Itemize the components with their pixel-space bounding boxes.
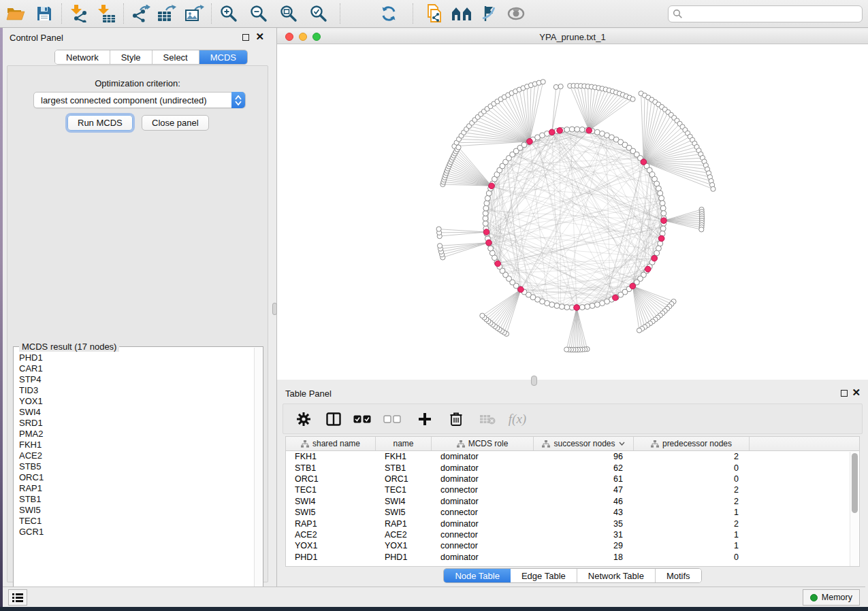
tab-node-table[interactable]: Node Table	[444, 569, 511, 582]
table-cell[interactable]: dominator	[432, 497, 534, 506]
table-cell[interactable]: SWI5	[376, 508, 432, 517]
close-panel-icon[interactable]: ✕	[852, 386, 861, 399]
tab-network[interactable]: Network	[55, 50, 110, 64]
table-cell[interactable]: 2	[634, 497, 750, 506]
mcds-result-item[interactable]: TID3	[15, 385, 255, 396]
mcds-result-item[interactable]: SWI5	[15, 505, 255, 516]
zoom-out-icon[interactable]	[247, 3, 270, 24]
table-row[interactable]: TEC1TEC1connector472	[286, 484, 859, 495]
table-cell[interactable]: 0	[634, 474, 750, 484]
table-cell[interactable]: ORC1	[376, 474, 432, 484]
mcds-result-item[interactable]: SRD1	[15, 418, 255, 429]
export-image-icon[interactable]	[182, 3, 206, 24]
table-cell[interactable]: dominator	[432, 519, 534, 529]
gear-icon[interactable]	[291, 407, 316, 431]
run-mcds-button[interactable]: Run MCDS	[67, 115, 133, 131]
binoculars-icon[interactable]	[450, 3, 473, 24]
network-window-titlebar[interactable]: YPA_prune.txt_1	[277, 29, 868, 44]
mcds-result-item[interactable]: PMA2	[15, 429, 255, 440]
optimization-criterion-select[interactable]: largest connected component (undirected)	[33, 92, 246, 108]
table-cell[interactable]: 43	[534, 508, 634, 517]
table-cell[interactable]: dominator	[432, 474, 534, 484]
horizontal-splitter-handle[interactable]	[531, 376, 537, 386]
refresh-view-icon[interactable]	[377, 3, 400, 24]
table-cell[interactable]: SWI4	[376, 497, 432, 506]
table-row[interactable]: STB1STB1dominator620	[286, 462, 859, 473]
table-cell[interactable]: TEC1	[376, 485, 432, 495]
column-header-successor-nodes[interactable]: successor nodes	[534, 437, 634, 450]
mcds-result-item[interactable]: TEC1	[15, 516, 255, 527]
table-cell[interactable]: ACE2	[376, 530, 432, 540]
delete-table-icon[interactable]	[475, 407, 500, 431]
table-cell[interactable]: connector	[432, 541, 534, 550]
column-header-shared-name[interactable]: shared name	[286, 437, 376, 450]
mcds-result-item[interactable]: FKH1	[15, 440, 255, 450]
table-cell[interactable]: dominator	[432, 552, 534, 562]
table-row[interactable]: PHD1PHD1dominator180	[286, 552, 859, 563]
export-table-icon[interactable]	[155, 3, 178, 24]
table-row[interactable]: SWI5SWI5connector431	[286, 507, 859, 518]
table-scrollbar[interactable]	[850, 452, 858, 566]
tab-motifs[interactable]: Motifs	[656, 569, 701, 582]
table-cell[interactable]: 29	[534, 541, 634, 550]
open-session-icon[interactable]	[4, 3, 27, 24]
tab-edge-table[interactable]: Edge Table	[511, 569, 577, 582]
table-cell[interactable]: 35	[534, 519, 634, 529]
tab-style[interactable]: Style	[110, 50, 152, 64]
column-header-predecessor-nodes[interactable]: predecessor nodes	[634, 437, 750, 450]
mcds-result-item[interactable]: STB1	[15, 494, 255, 505]
table-row[interactable]: ACE2ACE2connector311	[286, 529, 859, 540]
table-cell[interactable]: SWI5	[286, 508, 376, 517]
eye-icon[interactable]	[504, 3, 528, 24]
table-cell[interactable]: RAP1	[286, 519, 376, 529]
mcds-result-item[interactable]: PHD1	[15, 352, 255, 363]
mcds-result-item[interactable]: ORC1	[15, 472, 255, 483]
table-cell[interactable]: FKH1	[376, 452, 432, 461]
table-cell[interactable]: 61	[534, 474, 634, 484]
table-cell[interactable]: 31	[534, 530, 634, 540]
deselect-all-icon[interactable]	[380, 407, 404, 431]
zoom-in-icon[interactable]	[217, 3, 240, 24]
table-cell[interactable]: 1	[634, 541, 750, 550]
table-cell[interactable]: 2	[634, 519, 750, 529]
tab-mcds[interactable]: MCDS	[199, 50, 247, 64]
zoom-fit-icon[interactable]	[277, 3, 300, 24]
table-cell[interactable]: PHD1	[376, 552, 432, 562]
function-builder-icon[interactable]: f(x)	[505, 407, 530, 431]
export-network-icon[interactable]	[129, 3, 152, 24]
close-panel-button[interactable]: Close panel	[142, 115, 209, 131]
table-cell[interactable]: 18	[534, 552, 634, 562]
table-cell[interactable]: connector	[432, 485, 534, 495]
network-canvas[interactable]	[277, 44, 868, 380]
table-cell[interactable]: 1	[634, 530, 750, 540]
mcds-result-item[interactable]: STB5	[15, 461, 255, 472]
vertical-splitter[interactable]	[272, 28, 277, 587]
add-column-icon[interactable]	[413, 407, 437, 431]
table-cell[interactable]: STB1	[286, 463, 376, 473]
table-cell[interactable]: SWI4	[286, 497, 376, 506]
table-row[interactable]: ORC1ORC1dominator610	[286, 474, 859, 484]
table-cell[interactable]: 2	[634, 485, 750, 495]
table-cell[interactable]: ACE2	[286, 530, 376, 540]
float-window-icon[interactable]	[841, 390, 848, 397]
mcds-result-item[interactable]: YOX1	[15, 396, 255, 407]
table-cell[interactable]: YOX1	[286, 541, 376, 550]
table-cell[interactable]: connector	[432, 530, 534, 540]
table-cell[interactable]: 0	[634, 463, 750, 473]
table-cell[interactable]: connector	[432, 508, 534, 517]
zoom-selected-icon[interactable]	[307, 3, 330, 24]
mcds-result-item[interactable]: GCR1	[15, 527, 255, 538]
save-session-icon[interactable]	[33, 3, 56, 24]
task-history-button[interactable]	[8, 589, 27, 606]
mcds-result-item[interactable]: SWI4	[15, 407, 255, 418]
table-cell[interactable]: TEC1	[286, 485, 376, 495]
search-input[interactable]	[668, 5, 863, 22]
close-panel-icon[interactable]: ✕	[255, 31, 264, 43]
table-cell[interactable]: 0	[634, 552, 750, 562]
clone-network-icon[interactable]	[423, 3, 446, 24]
tab-select[interactable]: Select	[152, 50, 199, 64]
mcds-list-scrollbar[interactable]	[254, 348, 262, 598]
table-cell[interactable]: dominator	[432, 452, 534, 461]
select-all-icon[interactable]	[350, 407, 374, 431]
table-cell[interactable]: PHD1	[286, 552, 376, 562]
